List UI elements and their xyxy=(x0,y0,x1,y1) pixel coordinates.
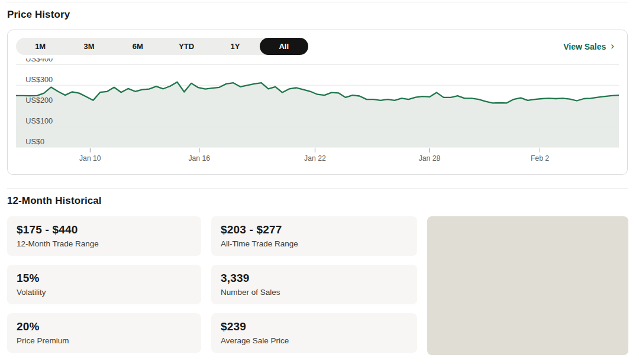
stat-label: Volatility xyxy=(17,287,192,297)
price-history-heading: Price History xyxy=(7,9,628,20)
stat-label: Average Sale Price xyxy=(221,336,408,346)
chevron-right-icon: › xyxy=(611,41,614,51)
tab-ytd[interactable]: YTD xyxy=(162,38,211,55)
stat-value: $203 - $277 xyxy=(221,223,408,237)
tab-6m[interactable]: 6M xyxy=(114,38,162,55)
range-tabs: 1M3M6MYTD1YAll xyxy=(16,38,308,55)
stat-card-number-of-sales: 3,339Number of Sales xyxy=(211,265,417,304)
view-sales-link[interactable]: View Sales › xyxy=(563,41,619,51)
x-axis-label: Jan 28 xyxy=(419,154,441,162)
x-axis-label: Feb 2 xyxy=(531,154,549,162)
stat-card-average-sale-price: $239Average Sale Price xyxy=(211,313,417,353)
tab-1m[interactable]: 1M xyxy=(16,38,64,55)
stat-value: $175 - $440 xyxy=(17,223,192,237)
stat-value: 15% xyxy=(17,271,192,285)
chart-area: US$400US$300US$200US$100US$0Jan 10Jan 16… xyxy=(16,58,619,168)
x-axis-label: Jan 16 xyxy=(188,154,210,162)
x-axis-label: Jan 10 xyxy=(79,154,101,162)
y-axis-label: US$0 xyxy=(25,138,44,146)
stat-card-price-premium: 20%Price Premium xyxy=(7,313,201,353)
stat-card-all-time-trade-range: $203 - $277All-Time Trade Range xyxy=(211,216,417,256)
section-divider xyxy=(7,188,628,188)
y-axis-label: US$400 xyxy=(25,58,53,63)
price-history-panel: 1M3M6MYTD1YAll View Sales › US$400US$300… xyxy=(7,30,628,175)
tab-3m[interactable]: 3M xyxy=(64,38,113,55)
stat-value: 3,339 xyxy=(221,271,408,285)
stat-value: $239 xyxy=(221,320,408,334)
chart-toolbar: 1M3M6MYTD1YAll View Sales › xyxy=(16,38,619,55)
y-axis-label: US$200 xyxy=(25,96,53,105)
tab-1y[interactable]: 1Y xyxy=(211,38,259,55)
stats-grid: $175 - $44012-Month Trade Range$203 - $2… xyxy=(7,216,628,353)
stat-label: 12-Month Trade Range xyxy=(17,239,192,249)
y-axis-label: US$300 xyxy=(25,76,53,84)
view-sales-label: View Sales xyxy=(563,42,606,51)
tab-all[interactable]: All xyxy=(260,38,308,55)
historical-heading: 12-Month Historical xyxy=(7,195,628,206)
top-divider xyxy=(6,2,628,2)
stat-label: All-Time Trade Range xyxy=(221,239,408,249)
stat-label: Number of Sales xyxy=(221,287,408,297)
stat-card-volatility: 15%Volatility xyxy=(7,265,201,304)
stat-card-12-month-trade-range: $175 - $44012-Month Trade Range xyxy=(7,216,201,256)
price-chart[interactable]: US$400US$300US$200US$100US$0Jan 10Jan 16… xyxy=(16,58,619,168)
stat-value: 20% xyxy=(17,320,192,334)
ad-placeholder xyxy=(427,216,628,355)
stat-label: Price Premium xyxy=(17,336,192,346)
x-axis-label: Jan 22 xyxy=(304,154,326,162)
y-axis-label: US$100 xyxy=(25,117,53,125)
